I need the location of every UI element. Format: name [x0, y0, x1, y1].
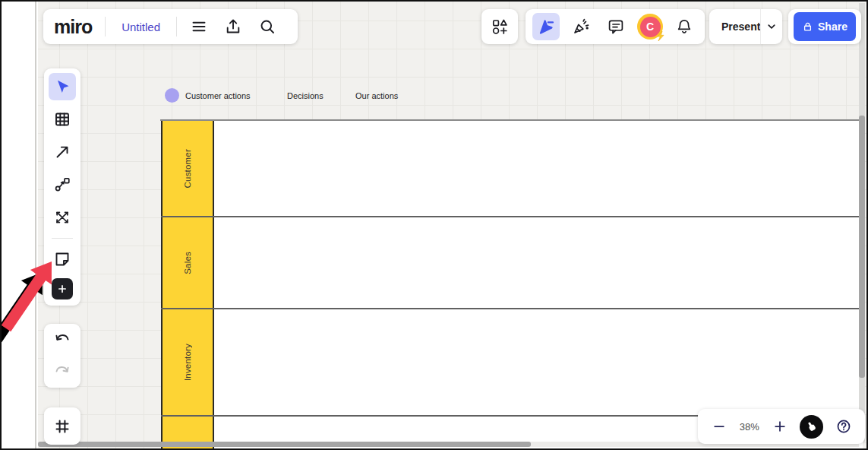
add-tools-button[interactable]	[52, 278, 73, 299]
main-menu-button[interactable]	[187, 14, 211, 39]
legend-item-customer-actions[interactable]: Customer actions	[185, 91, 251, 100]
divider	[176, 17, 177, 36]
swimlane-header-inventory[interactable]: Inventory	[161, 309, 214, 415]
hamburger-icon	[190, 17, 208, 36]
lightning-bolt-icon	[656, 31, 665, 42]
zoom-controls: 38%	[698, 409, 865, 444]
user-avatar[interactable]: C	[637, 14, 663, 40]
swimlane-body[interactable]	[214, 121, 863, 448]
lane-divider	[161, 216, 863, 217]
follow-cursors-button[interactable]	[532, 13, 560, 40]
zoom-out-button[interactable]	[707, 414, 731, 439]
vertical-scrollbar-track[interactable]	[859, 3, 865, 442]
present-options-button[interactable]	[760, 9, 782, 44]
redo-icon	[53, 363, 71, 381]
legend-item-decisions[interactable]: Decisions	[287, 91, 324, 100]
share-label: Share	[818, 21, 847, 33]
comment-icon	[607, 17, 625, 36]
swimlane-header-sales[interactable]: Sales	[161, 217, 214, 308]
table-grid-icon	[53, 110, 71, 128]
templates-tool-button[interactable]	[49, 106, 76, 133]
bell-icon	[675, 17, 693, 36]
select-cursor-icon	[53, 78, 71, 96]
select-tool-button[interactable]	[49, 73, 76, 100]
share-card: Share	[788, 9, 861, 44]
arrow-tool-button[interactable]	[49, 138, 76, 166]
undo-icon	[53, 331, 71, 349]
present-button[interactable]: Present	[721, 21, 760, 33]
sticky-note-tool-button[interactable]	[49, 246, 76, 273]
apps-button[interactable]	[488, 14, 512, 39]
share-button[interactable]: Share	[794, 12, 856, 41]
apps-shapes-icon	[491, 17, 509, 36]
chevron-down-icon	[765, 20, 778, 33]
legend-color-dot[interactable]	[165, 88, 179, 103]
lane-label: Inventory	[183, 344, 192, 381]
miro-app-window: Customer Sales Inventory Customer action…	[0, 0, 868, 450]
undo-button[interactable]	[50, 328, 74, 352]
party-popper-icon	[572, 17, 590, 36]
horizontal-scrollbar-thumb[interactable]	[38, 442, 531, 447]
connector-tool-button[interactable]	[49, 171, 76, 198]
collaboration-toolbar: C	[526, 9, 705, 44]
diagonal-arrow-icon	[53, 143, 71, 161]
search-button[interactable]	[255, 14, 279, 39]
swimlane-header-customer[interactable]: Customer	[161, 121, 214, 217]
diagramming-tool-button[interactable]	[49, 204, 76, 231]
vertical-scrollbar-thumb[interactable]	[859, 116, 865, 378]
sticky-note-icon	[53, 250, 71, 268]
redo-button[interactable]	[50, 360, 74, 384]
left-margin-strip	[2, 2, 36, 448]
divider	[105, 17, 106, 36]
hand-pointer-icon	[804, 420, 819, 434]
board-title[interactable]: Untitled	[115, 21, 166, 33]
divider	[52, 238, 73, 239]
miro-logo: miro	[54, 16, 95, 38]
frame-tool-button[interactable]	[50, 414, 74, 439]
pointer-mode-button[interactable]	[800, 415, 823, 439]
search-icon	[258, 17, 276, 36]
plus-icon	[772, 419, 788, 434]
history-toolbar	[44, 324, 80, 388]
plus-icon	[55, 282, 69, 296]
lane-label: Sales	[183, 252, 192, 274]
lane-label: Customer	[183, 149, 192, 188]
lock-icon	[802, 21, 813, 33]
legend-item-our-actions[interactable]: Our actions	[355, 91, 398, 100]
reactions-button[interactable]	[567, 13, 595, 40]
follow-cursor-icon	[537, 17, 555, 36]
frame-icon	[53, 417, 71, 436]
export-button[interactable]	[221, 14, 245, 39]
crossed-arrows-icon	[53, 208, 71, 227]
zoom-in-button[interactable]	[768, 414, 792, 439]
lane-divider	[161, 308, 863, 309]
top-left-toolbar: miro Untitled	[43, 9, 298, 44]
apps-toolbar	[481, 9, 518, 44]
present-control: Present	[709, 9, 782, 44]
help-icon	[835, 418, 852, 435]
help-button[interactable]	[832, 414, 856, 439]
minus-icon	[712, 419, 727, 434]
connector-icon	[53, 176, 71, 194]
zoom-level[interactable]: 38%	[740, 421, 759, 433]
export-icon	[224, 17, 242, 36]
creation-toolbar	[44, 68, 80, 306]
frame-toolbar	[44, 407, 80, 445]
comments-button[interactable]	[602, 13, 630, 40]
notifications-button[interactable]	[671, 13, 698, 40]
